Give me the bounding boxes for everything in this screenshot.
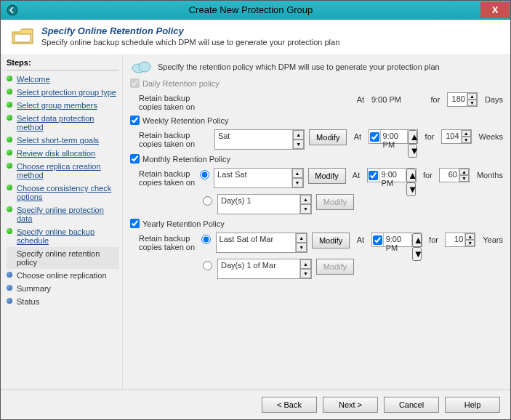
monthly-time: 9:00 PM	[379, 169, 406, 182]
weekly-time-picker[interactable]: 9:00 PM ▲▼	[369, 129, 419, 144]
spin-down-icon[interactable]: ▼	[406, 182, 416, 196]
hint-row: Specify the retention policy which DPM w…	[130, 60, 503, 74]
spin-up-icon[interactable]: ▲	[300, 259, 311, 269]
monthly-radio-2[interactable]	[203, 196, 212, 206]
daily-time: 9:00 PM	[371, 92, 424, 104]
step-item[interactable]: Review disk allocation	[7, 147, 119, 160]
step-item[interactable]: Select group members	[7, 99, 119, 112]
svg-rect-1	[15, 34, 31, 42]
monthly-opt1-value: Last Sat	[214, 169, 291, 187]
daily-at-label: At	[354, 92, 367, 104]
daily-for-label: for	[428, 92, 443, 104]
yearly-modify-button-1[interactable]: Modify	[312, 233, 350, 249]
step-item: Summary	[7, 282, 119, 295]
spin-up-icon[interactable]: ▲	[293, 130, 304, 140]
step-item[interactable]: Select protection group type	[7, 86, 119, 99]
step-status-icon	[7, 163, 12, 169]
yearly-opt1-listbox[interactable]: Last Sat of Mar ▲▼	[216, 233, 308, 253]
svg-point-0	[7, 5, 17, 15]
step-label[interactable]: Review disk allocation	[17, 149, 95, 158]
step-item[interactable]: Choose consistency check options	[7, 182, 119, 203]
spin-up-icon[interactable]: ▲	[406, 169, 416, 182]
monthly-modify-button-1[interactable]: Modify	[308, 168, 346, 184]
monthly-time-picker[interactable]: 9:00 PM ▲▼	[367, 168, 417, 182]
monthly-time-check[interactable]	[369, 171, 378, 180]
step-item[interactable]: Welcome	[7, 73, 119, 86]
step-label[interactable]: Specify online protection data	[17, 206, 104, 223]
spin-up-icon[interactable]: ▲	[300, 195, 311, 204]
step-label[interactable]: Select short-term goals	[17, 136, 99, 145]
step-label[interactable]: Choose consistency check options	[17, 184, 111, 201]
weekly-for-label: for	[422, 129, 436, 141]
step-label[interactable]: Welcome	[17, 75, 50, 84]
weekly-duration-spinner[interactable]: 104 ▲▼	[441, 129, 472, 144]
spin-up-icon[interactable]: ▲	[462, 130, 471, 137]
monthly-opt2-listbox[interactable]: Day(s) 1 ▲▼	[217, 194, 312, 214]
cancel-button[interactable]: Cancel	[384, 397, 439, 413]
spin-up-icon[interactable]: ▲	[467, 93, 477, 100]
weekly-value-listbox[interactable]: Sat ▲▼	[214, 129, 305, 150]
spin-down-icon[interactable]: ▼	[293, 140, 304, 149]
monthly-checkbox-row: Monthly Retention Policy	[130, 154, 503, 163]
monthly-duration-spinner[interactable]: 60 ▲▼	[439, 168, 470, 182]
weekly-modify-button[interactable]: Modify	[309, 129, 347, 145]
daily-duration-spinner[interactable]: 180 ▲▼	[447, 92, 478, 107]
window-title: Create New Protection Group	[21, 4, 480, 15]
step-status-icon	[7, 137, 12, 142]
svg-point-3	[139, 62, 150, 72]
cloud-icon	[130, 60, 152, 74]
yearly-time-check[interactable]	[373, 235, 382, 245]
step-label[interactable]: Select protection group type	[17, 88, 116, 97]
spin-down-icon[interactable]: ▼	[412, 247, 422, 261]
weekly-value: Sat	[215, 130, 292, 149]
step-item[interactable]: Choose replica creation method	[7, 160, 119, 182]
yearly-at-label: At	[354, 233, 367, 244]
spin-up-icon[interactable]: ▲	[412, 233, 422, 247]
folder-icon	[11, 25, 34, 47]
spin-up-icon[interactable]: ▲	[459, 169, 469, 175]
next-button[interactable]: Next >	[323, 397, 378, 413]
step-label[interactable]: Choose replica creation method	[17, 162, 101, 179]
spin-down-icon[interactable]: ▼	[465, 240, 475, 246]
spin-down-icon[interactable]: ▼	[292, 178, 303, 187]
weekly-checkbox[interactable]	[130, 116, 140, 125]
yearly-time-picker[interactable]: 9:00 PM ▲▼	[371, 233, 422, 247]
yearly-radio-1[interactable]	[201, 235, 211, 244]
help-button[interactable]: Help	[445, 397, 500, 413]
step-item[interactable]: Specify online protection data	[7, 203, 119, 225]
yearly-opt2-listbox[interactable]: Day(s) 1 of Mar ▲▼	[217, 259, 312, 279]
step-label[interactable]: Select group members	[17, 101, 97, 110]
weekly-time-check[interactable]	[370, 132, 379, 142]
back-button[interactable]: < Back	[262, 397, 317, 413]
back-icon[interactable]	[4, 3, 21, 17]
step-item[interactable]: Select short-term goals	[7, 134, 119, 147]
yearly-for-label: for	[427, 233, 440, 244]
yearly-radio-2[interactable]	[203, 261, 212, 270]
yearly-checkbox[interactable]	[130, 219, 140, 228]
step-item[interactable]: Specify online backup schedule	[7, 225, 119, 247]
step-label[interactable]: Select data protection method	[17, 114, 94, 132]
yearly-duration-spinner[interactable]: 10 ▲▼	[445, 233, 475, 247]
monthly-duration-value: 60	[440, 169, 459, 182]
spin-down-icon[interactable]: ▼	[462, 137, 471, 143]
weekly-unit: Weeks	[476, 129, 503, 141]
step-item[interactable]: Select data protection method	[7, 112, 119, 134]
monthly-checkbox[interactable]	[130, 154, 140, 163]
yearly-checkbox-row: Yearly Retention Policy	[130, 219, 503, 228]
close-button[interactable]: X	[480, 2, 510, 18]
monthly-opt1-listbox[interactable]: Last Sat ▲▼	[214, 168, 303, 188]
spin-down-icon[interactable]: ▼	[408, 144, 417, 158]
spin-down-icon[interactable]: ▼	[459, 175, 469, 182]
spin-up-icon[interactable]: ▲	[292, 169, 303, 178]
step-label[interactable]: Specify online backup schedule	[17, 227, 94, 245]
spin-up-icon[interactable]: ▲	[465, 233, 475, 240]
spin-down-icon[interactable]: ▼	[300, 269, 311, 278]
spin-up-icon[interactable]: ▲	[408, 130, 417, 144]
spin-down-icon[interactable]: ▼	[300, 204, 311, 214]
spin-up-icon[interactable]: ▲	[296, 233, 307, 243]
monthly-cb-label: Monthly Retention Policy	[142, 155, 230, 163]
spin-down-icon[interactable]: ▼	[296, 243, 307, 252]
page-header: Specify Online Retention Policy Specify …	[1, 20, 510, 55]
monthly-radio-1[interactable]	[200, 170, 209, 179]
spin-down-icon[interactable]: ▼	[467, 100, 477, 106]
